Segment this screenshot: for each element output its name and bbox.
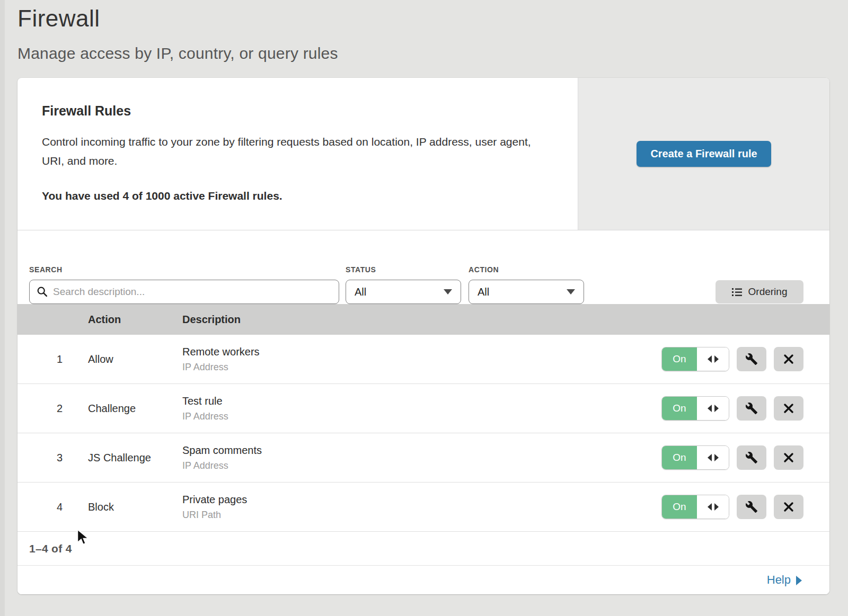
- rule-enabled-toggle[interactable]: On: [661, 445, 729, 470]
- rule-priority: 2: [17, 403, 88, 415]
- edit-rule-button[interactable]: [737, 347, 766, 371]
- arrow-right-icon: [714, 405, 719, 412]
- rules-usage-count: You have used 4 of 1000 active Firewall …: [42, 190, 553, 202]
- rule-enabled-toggle[interactable]: On: [661, 347, 729, 371]
- wrench-icon: [745, 451, 758, 464]
- arrow-right-icon: [714, 355, 719, 363]
- close-icon: [783, 502, 794, 512]
- status-select-value: All: [355, 286, 366, 298]
- rule-field-type: IP Address: [182, 362, 661, 373]
- action-select-value: All: [478, 286, 489, 298]
- toggle-on-label: On: [662, 397, 697, 420]
- ordering-button[interactable]: Ordering: [716, 280, 803, 303]
- search-label: SEARCH: [29, 265, 339, 274]
- table-row: 2 Challenge Test rule IP Address On: [17, 384, 829, 433]
- edit-rule-button[interactable]: [737, 396, 766, 421]
- rules-info: Firewall Rules Control incoming traffic …: [17, 78, 578, 230]
- firewall-page: Firewall Manage access by IP, country, o…: [17, 0, 829, 594]
- toggle-knob: [697, 397, 729, 420]
- rule-description: Remote workers: [182, 346, 661, 358]
- toggle-knob: [697, 347, 729, 371]
- close-icon: [783, 452, 794, 463]
- rule-field-type: IP Address: [182, 460, 661, 471]
- arrow-left-icon: [708, 355, 712, 363]
- close-icon: [783, 403, 794, 414]
- mouse-cursor: [76, 529, 92, 547]
- help-link[interactable]: Help: [767, 573, 802, 587]
- rule-description: Private pages: [182, 494, 661, 506]
- rule-priority: 4: [17, 501, 88, 513]
- arrow-left-icon: [708, 503, 712, 511]
- rule-description: Test rule: [182, 395, 661, 407]
- action-filter-group: ACTION All: [469, 265, 584, 304]
- close-icon: [783, 354, 794, 364]
- rule-field-type: URI Path: [182, 510, 661, 521]
- help-row: Help: [17, 565, 829, 594]
- rule-action: Block: [88, 501, 182, 513]
- description-column-header: Description: [182, 314, 829, 326]
- action-select[interactable]: All: [469, 280, 584, 304]
- table-row: 4 Block Private pages URI Path On: [17, 483, 829, 532]
- page-subtitle: Manage access by IP, country, or query r…: [17, 44, 829, 63]
- arrow-left-icon: [708, 405, 712, 412]
- toggle-on-label: On: [662, 495, 697, 519]
- filters-bar: SEARCH STATUS All ACTION: [17, 230, 829, 304]
- wrench-icon: [745, 402, 758, 415]
- search-input[interactable]: [29, 280, 339, 304]
- create-firewall-rule-button[interactable]: Create a Firewall rule: [637, 141, 771, 167]
- toggle-knob: [697, 495, 729, 519]
- status-label: STATUS: [346, 265, 461, 274]
- toggle-on-label: On: [662, 347, 697, 371]
- help-link-label: Help: [767, 573, 791, 587]
- window-edge: [0, 0, 5, 616]
- rule-controls: On: [661, 396, 829, 421]
- rules-overview-section: Firewall Rules Control incoming traffic …: [17, 78, 829, 230]
- delete-rule-button[interactable]: [774, 347, 803, 371]
- wrench-icon: [745, 501, 758, 513]
- search-filter-group: SEARCH: [29, 265, 339, 304]
- delete-rule-button[interactable]: [774, 396, 803, 421]
- arrow-right-icon: [796, 576, 802, 585]
- action-column-header: Action: [88, 314, 182, 326]
- delete-rule-button[interactable]: [774, 495, 803, 519]
- rule-enabled-toggle[interactable]: On: [661, 495, 729, 519]
- edit-rule-button[interactable]: [737, 495, 766, 519]
- table-header: Action Description: [17, 304, 829, 335]
- rule-action: JS Challenge: [88, 452, 182, 464]
- rule-field-type: IP Address: [182, 411, 661, 422]
- rule-description-cell: Spam comments IP Address: [182, 444, 661, 471]
- table-row: 1 Allow Remote workers IP Address On: [17, 335, 829, 384]
- table-row: 3 JS Challenge Spam comments IP Address …: [17, 433, 829, 483]
- toggle-on-label: On: [662, 446, 697, 469]
- table-footer: 1–4 of 4: [17, 532, 829, 565]
- status-filter-group: STATUS All: [346, 265, 461, 304]
- search-icon: [37, 286, 48, 298]
- status-select[interactable]: All: [346, 280, 461, 304]
- toggle-knob: [697, 446, 729, 469]
- edit-rule-button[interactable]: [737, 445, 766, 470]
- rule-controls: On: [661, 495, 829, 519]
- rule-priority: 3: [17, 452, 88, 464]
- delete-rule-button[interactable]: [774, 445, 803, 470]
- rule-description-cell: Private pages URI Path: [182, 494, 661, 521]
- action-label: ACTION: [469, 265, 584, 274]
- chevron-down-icon: [567, 289, 575, 294]
- rule-controls: On: [661, 445, 829, 470]
- rules-heading: Firewall Rules: [42, 103, 553, 119]
- pagination-range: 1–4 of 4: [29, 542, 72, 555]
- rule-description-cell: Test rule IP Address: [182, 395, 661, 422]
- list-ordering-icon: [732, 288, 742, 297]
- rule-priority: 1: [17, 353, 88, 365]
- firewall-rules-card: Firewall Rules Control incoming traffic …: [17, 78, 829, 594]
- rule-action: Challenge: [88, 403, 182, 415]
- create-rule-panel: Create a Firewall rule: [578, 78, 829, 230]
- arrow-right-icon: [714, 454, 719, 461]
- rule-description: Spam comments: [182, 444, 661, 457]
- rule-enabled-toggle[interactable]: On: [661, 396, 729, 421]
- ordering-button-label: Ordering: [748, 286, 788, 298]
- arrow-right-icon: [714, 503, 719, 511]
- chevron-down-icon: [444, 289, 452, 294]
- search-wrap: [29, 280, 339, 304]
- wrench-icon: [745, 353, 758, 365]
- arrow-left-icon: [708, 454, 712, 461]
